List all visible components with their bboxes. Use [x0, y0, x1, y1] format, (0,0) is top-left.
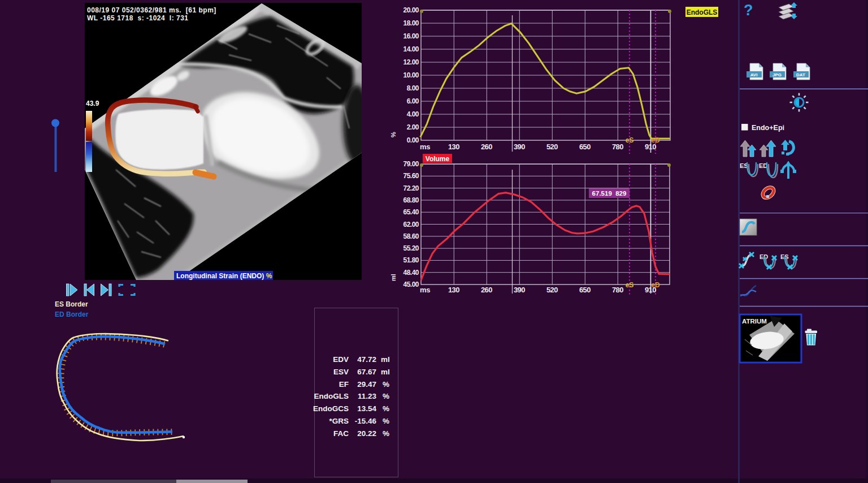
svg-text:16.00: 16.00 [403, 32, 419, 40]
svg-text:8.00: 8.00 [407, 84, 419, 92]
svg-text:ml: ml [390, 274, 397, 281]
svg-text:EndoGLS: EndoGLS [687, 8, 718, 16]
svg-text:Volume: Volume [426, 155, 450, 163]
svg-text:130: 130 [448, 286, 459, 294]
svg-text:45.00: 45.00 [403, 281, 419, 288]
svg-text:4.00: 4.00 [407, 110, 419, 118]
svg-text:eD: eD [651, 136, 660, 144]
svg-text:ms: ms [420, 143, 430, 151]
svg-text:780: 780 [612, 143, 623, 151]
svg-text:WL -165 1718 s: -1024 l: 731: WL -165 1718 s: -1024 l: 731 [87, 14, 189, 22]
svg-text:0.00: 0.00 [407, 136, 419, 144]
svg-text:ATRIUM: ATRIUM [742, 318, 767, 325]
svg-text:65.40: 65.40 [403, 208, 419, 216]
svg-text:ms: ms [420, 286, 430, 294]
svg-text:260: 260 [481, 143, 492, 151]
svg-text:650: 650 [579, 286, 591, 294]
svg-text:AVI: AVI [750, 72, 758, 77]
svg-text:58.60: 58.60 [403, 232, 419, 240]
svg-text:DAT: DAT [796, 72, 805, 77]
svg-text:14.00: 14.00 [403, 45, 419, 53]
svg-text:Endo+Epi: Endo+Epi [752, 124, 784, 132]
svg-text:780: 780 [612, 286, 623, 294]
svg-text:520: 520 [546, 286, 558, 294]
svg-text:79.00: 79.00 [403, 160, 419, 168]
svg-text:48.40: 48.40 [403, 269, 419, 277]
svg-text:390: 390 [514, 143, 525, 151]
svg-text:130: 130 [448, 143, 459, 151]
svg-text:2.00: 2.00 [407, 123, 419, 131]
svg-text:008/19 07 052/0362/981 ms. [6: 008/19 07 052/0362/981 ms. [61 bpm] [87, 6, 216, 14]
svg-text:Longitudinal Strain (ENDO) %: Longitudinal Strain (ENDO) % [176, 272, 272, 280]
svg-text:68.80: 68.80 [403, 196, 419, 204]
svg-text:%: % [390, 132, 397, 137]
svg-text:18.00: 18.00 [403, 19, 419, 27]
svg-text:51.80: 51.80 [403, 256, 419, 264]
svg-text:650: 650 [579, 143, 591, 151]
svg-text:520: 520 [546, 143, 558, 151]
svg-text:eS: eS [626, 281, 634, 289]
svg-text:?: ? [744, 2, 753, 19]
svg-text:12.00: 12.00 [403, 58, 419, 66]
svg-text:eS: eS [626, 136, 634, 144]
svg-text:55.20: 55.20 [403, 244, 419, 252]
svg-text:62.00: 62.00 [403, 221, 419, 228]
svg-text:eD: eD [651, 281, 660, 289]
svg-text:43.9: 43.9 [86, 100, 99, 107]
svg-text:20.00: 20.00 [403, 6, 419, 14]
svg-text:6.00: 6.00 [407, 97, 419, 105]
svg-text:75.60: 75.60 [403, 172, 419, 180]
svg-text:260: 260 [481, 286, 492, 294]
svg-text:10.00: 10.00 [403, 71, 419, 79]
svg-text:JPG: JPG [772, 72, 782, 77]
svg-text:390: 390 [514, 286, 525, 294]
svg-text:67.519 829: 67.519 829 [592, 190, 627, 197]
svg-text:72.20: 72.20 [403, 184, 419, 192]
